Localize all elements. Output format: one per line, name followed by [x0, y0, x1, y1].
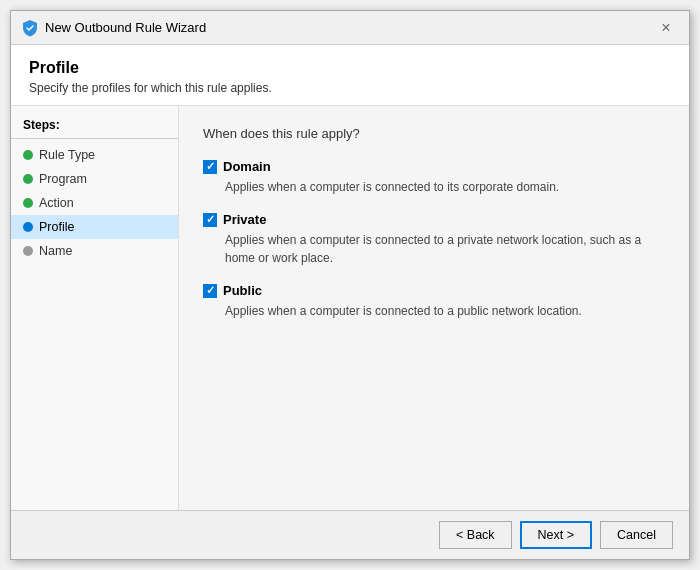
bottom-bar: < Back Next > Cancel — [11, 510, 689, 559]
close-button[interactable]: × — [653, 17, 679, 39]
sidebar-item-rule-type[interactable]: Rule Type — [11, 143, 178, 167]
sidebar-item-action[interactable]: Action — [11, 191, 178, 215]
option-private-desc: Applies when a computer is connected to … — [225, 231, 665, 267]
option-private-header: Private — [203, 212, 665, 227]
page-header: Profile Specify the profiles for which t… — [11, 45, 689, 106]
option-private-label: Private — [223, 212, 266, 227]
sidebar-item-program[interactable]: Program — [11, 167, 178, 191]
title-bar-left: New Outbound Rule Wizard — [21, 19, 206, 37]
step-dot-rule-type — [23, 150, 33, 160]
content-area: Profile Specify the profiles for which t… — [11, 45, 689, 510]
back-button[interactable]: < Back — [439, 521, 512, 549]
sidebar-label-program: Program — [39, 172, 87, 186]
option-public-label: Public — [223, 283, 262, 298]
main-content: Steps: Rule Type Program Action Profile — [11, 106, 689, 510]
sidebar-item-profile[interactable]: Profile — [11, 215, 178, 239]
option-domain-label: Domain — [223, 159, 271, 174]
title-bar: New Outbound Rule Wizard × — [11, 11, 689, 45]
cancel-button[interactable]: Cancel — [600, 521, 673, 549]
title-bar-text: New Outbound Rule Wizard — [45, 20, 206, 35]
option-domain-header: Domain — [203, 159, 665, 174]
sidebar-item-name[interactable]: Name — [11, 239, 178, 263]
option-domain: Domain Applies when a computer is connec… — [203, 159, 665, 196]
checkbox-domain[interactable] — [203, 160, 217, 174]
step-dot-profile — [23, 222, 33, 232]
sidebar-label-rule-type: Rule Type — [39, 148, 95, 162]
wizard-window: New Outbound Rule Wizard × Profile Speci… — [10, 10, 690, 560]
window-icon — [21, 19, 39, 37]
right-panel: When does this rule apply? Domain Applie… — [179, 106, 689, 510]
option-private: Private Applies when a computer is conne… — [203, 212, 665, 267]
page-title: Profile — [29, 59, 671, 77]
option-public-desc: Applies when a computer is connected to … — [225, 302, 665, 320]
sidebar-label-action: Action — [39, 196, 74, 210]
step-dot-program — [23, 174, 33, 184]
step-dot-name — [23, 246, 33, 256]
sidebar: Steps: Rule Type Program Action Profile — [11, 106, 179, 510]
next-button[interactable]: Next > — [520, 521, 592, 549]
checkbox-private[interactable] — [203, 213, 217, 227]
option-public: Public Applies when a computer is connec… — [203, 283, 665, 320]
page-subtitle: Specify the profiles for which this rule… — [29, 81, 671, 95]
step-dot-action — [23, 198, 33, 208]
sidebar-title: Steps: — [11, 118, 178, 139]
option-domain-desc: Applies when a computer is connected to … — [225, 178, 665, 196]
rule-question: When does this rule apply? — [203, 126, 665, 141]
checkbox-public[interactable] — [203, 284, 217, 298]
sidebar-label-name: Name — [39, 244, 72, 258]
sidebar-label-profile: Profile — [39, 220, 74, 234]
option-public-header: Public — [203, 283, 665, 298]
